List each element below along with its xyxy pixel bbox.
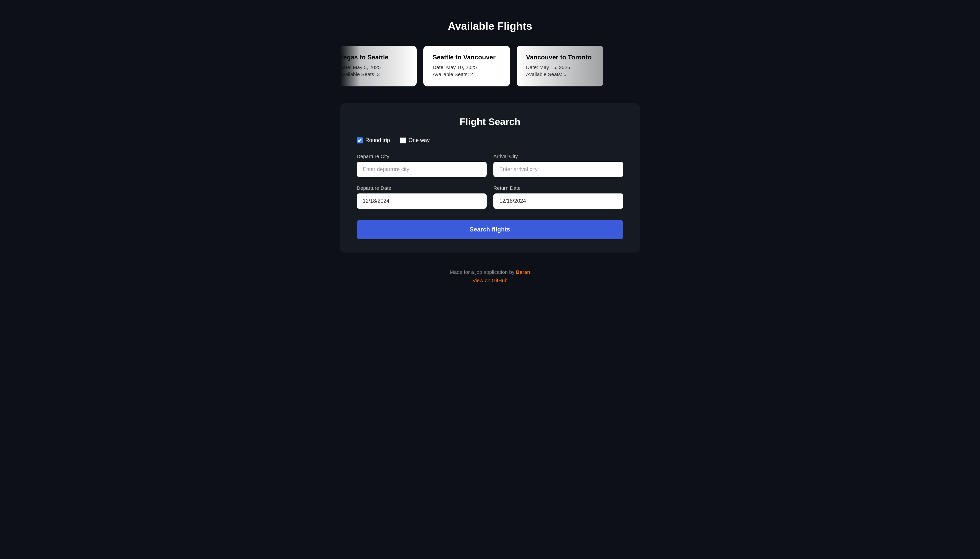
footer-author: Baran	[516, 269, 530, 275]
departure-date-input[interactable]	[357, 194, 487, 209]
flight-card: Vegas to Seattle Date: May 5, 2025 Avail…	[340, 46, 417, 86]
return-date-group: Return Date	[493, 185, 623, 209]
search-panel: Flight Search Round trip One way Departu…	[340, 103, 640, 253]
departure-city-group: Departure City	[357, 154, 487, 177]
arrival-city-input[interactable]	[493, 162, 623, 177]
flight-card: Seattle to Vancouver Date: May 10, 2025 …	[423, 46, 510, 86]
footer: Made for a job application by Baran View…	[450, 269, 530, 283]
flight-card-title: Vegas to Seattle	[340, 54, 408, 61]
footer-text: Made for a job application by	[450, 269, 516, 275]
round-trip-option[interactable]: Round trip	[357, 137, 390, 144]
one-way-checkbox[interactable]	[400, 137, 406, 144]
city-fields-row: Departure City Arrival City	[357, 154, 623, 177]
flight-card: Vancouver to Toronto Date: May 15, 2025 …	[516, 46, 603, 86]
flight-card-date: Date: May 15, 2025	[526, 64, 594, 70]
one-way-label: One way	[409, 137, 430, 144]
flight-card-title: Vancouver to Toronto	[526, 54, 594, 61]
round-trip-label: Round trip	[365, 137, 390, 144]
date-fields-row: Departure Date Return Date	[357, 185, 623, 209]
arrival-city-label: Arrival City	[493, 154, 623, 159]
flight-card-seats: Available Seats: 5	[526, 71, 594, 77]
round-trip-checkbox[interactable]	[357, 137, 363, 144]
github-link[interactable]: View on GitHub	[450, 278, 530, 283]
flight-card-date: Date: May 5, 2025	[340, 64, 408, 70]
trip-type-row: Round trip One way	[357, 137, 623, 144]
page-title: Available Flights	[448, 20, 532, 32]
departure-date-group: Departure Date	[357, 185, 487, 209]
arrival-city-group: Arrival City	[493, 154, 623, 177]
return-date-label: Return Date	[493, 185, 623, 191]
flight-card-seats: Available Seats: 2	[433, 71, 501, 77]
one-way-option[interactable]: One way	[400, 137, 430, 144]
return-date-input[interactable]	[493, 194, 623, 209]
search-panel-title: Flight Search	[357, 116, 623, 127]
flight-card-date: Date: May 10, 2025	[433, 64, 501, 70]
departure-city-label: Departure City	[357, 154, 487, 159]
flights-carousel: Vegas to Seattle Date: May 5, 2025 Avail…	[340, 46, 640, 86]
flight-card-title: Seattle to Vancouver	[433, 54, 501, 61]
flight-card-seats: Available Seats: 3	[340, 71, 408, 77]
departure-city-input[interactable]	[357, 162, 487, 177]
search-flights-button[interactable]: Search flights	[357, 220, 623, 239]
departure-date-label: Departure Date	[357, 185, 487, 191]
